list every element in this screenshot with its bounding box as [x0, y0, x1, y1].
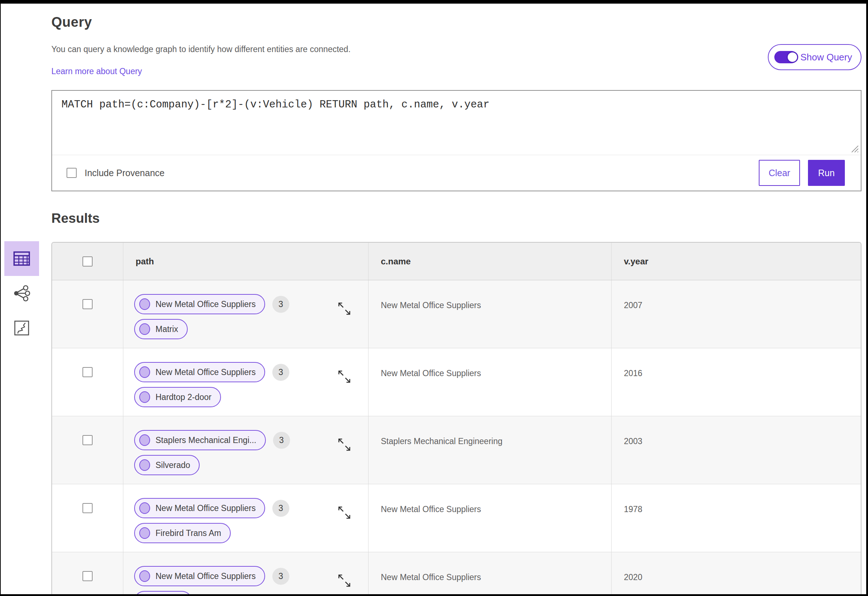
query-actions-bar: Include Provenance Clear Run [52, 155, 861, 190]
node-icon [139, 459, 150, 471]
row-checkbox[interactable] [83, 367, 93, 377]
view-mode-rail [4, 241, 39, 345]
pill-label: Staplers Mechanical Engi... [155, 435, 257, 445]
app-window: Query You can query a knowledge graph to… [0, 0, 868, 596]
path-node-pill[interactable]: Ranger [134, 591, 192, 595]
resize-handle-icon[interactable] [850, 144, 859, 153]
path-node-pill[interactable]: New Metal Office Suppliers [134, 362, 265, 382]
node-icon [139, 391, 150, 403]
table-view-button[interactable] [4, 241, 39, 276]
path-node-pill[interactable]: New Metal Office Suppliers [134, 498, 265, 518]
path-node-pill[interactable]: Staplers Mechanical Engi... [134, 430, 266, 450]
row-checkbox[interactable] [83, 571, 93, 581]
path-node-pill[interactable]: Matrix [134, 319, 188, 339]
path-count-badge: 3 [272, 500, 289, 517]
pill-label: New Metal Office Suppliers [155, 503, 256, 513]
expand-path-icon[interactable] [337, 369, 352, 384]
row-checkbox[interactable] [83, 435, 93, 445]
column-header-cname: c.name [368, 243, 611, 280]
table-row: New Metal Office Suppliers 3 Matrix [52, 280, 861, 348]
cell-vyear: 2007 [611, 280, 861, 348]
cell-vyear: 2016 [611, 348, 861, 416]
query-panel: MATCH path=(c:Company)-[r*2]-(v:Vehicle)… [52, 90, 862, 191]
node-icon [139, 527, 150, 539]
cell-cname: New Metal Office Suppliers [368, 552, 611, 595]
page-description: You can query a knowledge graph to ident… [52, 44, 862, 54]
expand-path-icon[interactable] [337, 301, 352, 316]
column-header-vyear: v.year [611, 243, 861, 280]
cell-vyear: 2003 [611, 416, 861, 484]
table-header-row: path c.name v.year [52, 243, 861, 280]
clear-button[interactable]: Clear [759, 160, 800, 186]
results-title: Results [52, 211, 862, 226]
results-table: path c.name v.year New Metal Office Supp… [52, 242, 862, 596]
show-query-toggle[interactable]: Show Query [768, 44, 862, 70]
page-title: Query [52, 15, 862, 30]
select-all-checkbox[interactable] [83, 257, 93, 267]
node-icon [139, 323, 150, 335]
node-icon [139, 434, 150, 446]
path-node-pill[interactable]: New Metal Office Suppliers [134, 294, 265, 314]
pill-label: Hardtop 2-door [155, 392, 211, 402]
show-query-label: Show Query [800, 52, 852, 63]
run-button[interactable]: Run [808, 160, 845, 186]
pill-label: Firebird Trans Am [155, 528, 221, 538]
toggle-knob [787, 52, 798, 63]
toggle-on-icon[interactable] [774, 51, 797, 63]
include-provenance-checkbox[interactable] [66, 168, 77, 178]
graph-view-button[interactable] [4, 276, 39, 311]
node-icon [139, 502, 150, 514]
table-row: New Metal Office Suppliers 3 Ranger [52, 552, 861, 596]
cell-cname: New Metal Office Suppliers [368, 484, 611, 552]
query-editor: MATCH path=(c:Company)-[r*2]-(v:Vehicle)… [52, 91, 861, 155]
column-header-path: path [123, 243, 368, 280]
query-input[interactable]: MATCH path=(c:Company)-[r*2]-(v:Vehicle)… [52, 91, 861, 155]
table-row: New Metal Office Suppliers 3 Hardtop 2-d… [52, 348, 861, 416]
path-count-badge: 3 [272, 364, 289, 381]
row-checkbox[interactable] [83, 503, 93, 513]
cell-cname: Staplers Mechanical Engineering [368, 416, 611, 484]
pill-label: Matrix [155, 325, 178, 334]
expand-path-icon[interactable] [337, 437, 352, 453]
cell-vyear: 2020 [611, 552, 861, 595]
include-provenance-label: Include Provenance [85, 168, 165, 178]
pill-label: New Metal Office Suppliers [155, 571, 256, 581]
expand-path-icon[interactable] [337, 505, 352, 521]
table-icon [13, 250, 31, 267]
pill-label: New Metal Office Suppliers [155, 299, 256, 309]
path-node-pill[interactable]: Firebird Trans Am [134, 523, 231, 543]
path-node-pill[interactable]: New Metal Office Suppliers [134, 566, 265, 586]
node-icon [139, 570, 150, 582]
expand-path-icon[interactable] [337, 572, 352, 589]
path-count-badge: 3 [272, 568, 289, 585]
node-icon [139, 366, 150, 378]
chart-view-button[interactable] [4, 311, 39, 345]
node-icon [139, 298, 150, 310]
table-row: Staplers Mechanical Engi... 3 Silverado [52, 416, 861, 484]
window-top-bar [1, 0, 866, 4]
path-count-badge: 3 [272, 296, 289, 313]
path-node-pill[interactable]: Silverado [134, 455, 200, 475]
pill-label: New Metal Office Suppliers [155, 367, 256, 377]
table-row: New Metal Office Suppliers 3 Firebird Tr… [52, 484, 861, 552]
graph-icon [13, 285, 30, 302]
learn-more-link[interactable]: Learn more about Query [52, 66, 142, 76]
row-checkbox[interactable] [83, 299, 93, 309]
cell-vyear: 1978 [611, 484, 861, 552]
cell-cname: New Metal Office Suppliers [368, 348, 611, 416]
path-node-pill[interactable]: Hardtop 2-door [134, 387, 221, 407]
pill-label: Silverado [155, 460, 190, 470]
path-count-badge: 3 [273, 432, 290, 449]
cell-cname: New Metal Office Suppliers [368, 280, 611, 348]
chart-icon [13, 320, 30, 336]
